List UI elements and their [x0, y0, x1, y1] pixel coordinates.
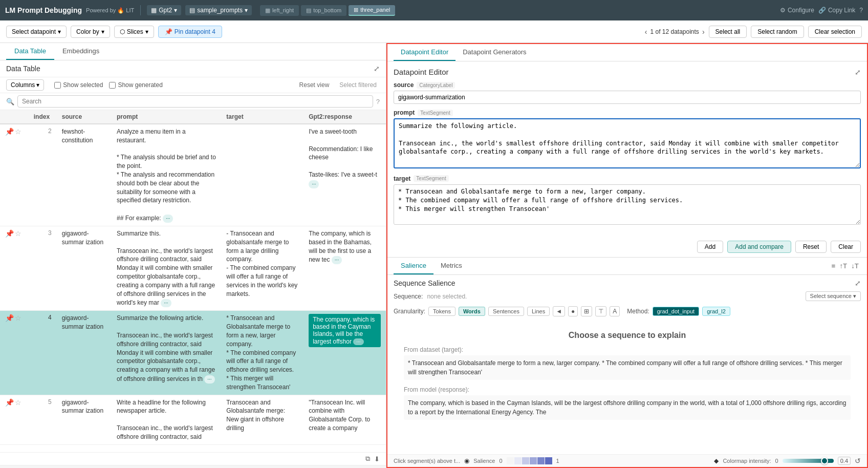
colormap-slider-thumb[interactable] [821, 457, 828, 464]
select-random-btn[interactable]: Select random [751, 26, 804, 38]
select-datapoint-chevron: ▾ [58, 28, 61, 35]
th-prompt[interactable]: prompt [112, 110, 221, 124]
colormap-refresh-btn[interactable]: ↺ [855, 457, 861, 465]
gran-lines-btn[interactable]: Lines [527, 307, 550, 316]
more-badge-row4[interactable]: ··· [204, 375, 214, 384]
star-icon-row5[interactable]: ☆ [15, 398, 21, 407]
add-btn[interactable]: Add [697, 241, 723, 253]
tab-data-table[interactable]: Data Table [6, 43, 54, 60]
table-row[interactable]: 📌 ☆ 2 fewshot-constitution Analyze a men… [0, 124, 386, 226]
more-badge-row2[interactable]: ··· [163, 215, 173, 223]
next-datapoint-btn[interactable]: › [702, 28, 705, 36]
tab-embeddings[interactable]: Embeddings [54, 43, 107, 60]
th-source[interactable]: source [57, 110, 112, 124]
help-btn[interactable]: ? [859, 7, 863, 14]
select-datapoint-btn[interactable]: Select datapoint ▾ [6, 26, 67, 38]
add-and-compare-btn[interactable]: Add and compare [727, 241, 791, 253]
more-badge-row3-gpt2[interactable]: ··· [332, 256, 342, 264]
row-2-icons: 📌 ☆ [5, 127, 24, 136]
pin-icon-row4[interactable]: 📌 [5, 314, 14, 322]
reset-view-btn[interactable]: Reset view [296, 80, 333, 90]
show-generated-checkbox[interactable] [109, 82, 116, 89]
clear-btn[interactable]: Clear [831, 241, 861, 253]
gran-grid-btn[interactable]: ⊞ [581, 306, 592, 316]
source-field-input[interactable] [394, 91, 861, 104]
table-row[interactable]: 📌 ☆ 5 gigaword-summar ization Write a he… [0, 395, 386, 444]
gran-inc-btn[interactable]: ● [568, 306, 578, 316]
salience-icon: ◉ [464, 457, 469, 464]
star-icon-row3[interactable]: ☆ [15, 229, 21, 238]
dp-editor-title-text: Datapoint Editor [394, 68, 449, 76]
data-table-header: Data Table ⤢ [0, 60, 386, 77]
gran-tokens-btn[interactable]: Tokens [428, 307, 455, 316]
target-field-textarea[interactable]: * Transocean and Globalsantafe merge to … [394, 184, 861, 225]
pin-icon-row5[interactable]: 📌 [5, 398, 14, 407]
color-by-btn[interactable]: Color by ▾ [71, 26, 110, 38]
prompt-field-textarea[interactable]: Summarize the following article. Transoc… [394, 118, 861, 168]
pin-icon-row3[interactable]: 📌 [5, 229, 14, 238]
dp-tabs: Datapoint Editor Datapoint Generators [387, 44, 867, 61]
gpt2-model-select[interactable]: ▦ Gpt2 ▾ [147, 5, 181, 15]
dataset-select[interactable]: ▤ sample_prompts ▾ [185, 5, 252, 15]
method-grad-dot-btn[interactable]: grad_dot_input [653, 307, 699, 316]
select-filtered-btn[interactable]: Select filtered [336, 80, 380, 90]
layout-left-right[interactable]: ▦ left_right [260, 5, 299, 16]
more-badge-row4-gpt2[interactable]: ··· [353, 338, 363, 345]
salience-body: Sequence Salience ⤢ Sequence: none selec… [387, 275, 867, 454]
salience-sort-desc-btn[interactable]: ↓T [851, 262, 859, 270]
select-all-btn[interactable]: Select all [709, 26, 747, 38]
show-generated-label[interactable]: Show generated [109, 81, 162, 89]
layout-top-bottom[interactable]: ▤ top_bottom [301, 5, 346, 16]
slices-btn[interactable]: ⬡ Slices ▾ [114, 26, 154, 38]
colormap-box-6 [545, 457, 552, 464]
show-selected-checkbox[interactable] [54, 82, 61, 89]
gran-font-btn[interactable]: A [610, 306, 620, 316]
star-icon-row4[interactable]: ☆ [15, 314, 21, 322]
tab-salience[interactable]: Salience [394, 258, 433, 274]
gran-words-btn[interactable]: Words [459, 307, 485, 316]
gran-dec-btn[interactable]: ◄ [553, 306, 565, 316]
prev-datapoint-btn[interactable]: ‹ [645, 28, 647, 36]
columns-btn[interactable]: Columns ▾ [6, 79, 44, 91]
th-target[interactable]: target [221, 110, 303, 124]
right-panel: Datapoint Editor Datapoint Generators Da… [386, 43, 868, 468]
tab-datapoint-editor[interactable]: Datapoint Editor [394, 44, 455, 61]
layout-top-bottom-label: top_bottom [313, 7, 341, 13]
configure-btn[interactable]: ⚙ Configure [780, 7, 814, 14]
layout-three-panel[interactable]: ⊞ three_panel [349, 5, 395, 16]
th-gpt2response[interactable]: Gpt2:response [303, 110, 386, 124]
salience-settings-btn[interactable]: ≡ [832, 262, 836, 270]
gran-align-btn[interactable]: ⊤ [595, 306, 606, 316]
pin-label: Pin datapoint 4 [175, 28, 215, 35]
more-badge-row3[interactable]: ··· [161, 299, 171, 307]
clear-selection-btn[interactable]: Clear selection [808, 26, 862, 38]
more-badge-row2-gpt2[interactable]: ··· [309, 180, 319, 188]
copy-table-btn[interactable]: ⧉ [365, 455, 370, 463]
pin-icon-row2[interactable]: 📌 [5, 127, 14, 136]
colormap-box-4 [530, 457, 537, 464]
data-table-expand-btn[interactable]: ⤢ [374, 65, 380, 73]
copy-link-btn[interactable]: 🔗 Copy Link [818, 7, 855, 14]
colormap-intensity-label: Colormap intensity: [723, 458, 771, 464]
reset-btn[interactable]: Reset [795, 241, 827, 253]
show-selected-label[interactable]: Show selected [54, 81, 103, 89]
tab-datapoint-generators[interactable]: Datapoint Generators [455, 44, 533, 61]
salience-sort-asc-btn[interactable]: ↑T [839, 262, 847, 270]
select-sequence-btn[interactable]: Select sequence ▾ [806, 291, 861, 301]
star-icon-row2[interactable]: ☆ [15, 127, 21, 136]
dp-editor-expand-btn[interactable]: ⤢ [855, 68, 861, 76]
salience-expand-btn[interactable]: ⤢ [855, 279, 861, 287]
search-help-icon[interactable]: ? [376, 98, 380, 105]
pin-datapoint-btn[interactable]: 📌 Pin datapoint 4 [158, 26, 222, 38]
search-input[interactable] [17, 95, 373, 108]
method-grad-l2-btn[interactable]: grad_l2 [702, 307, 730, 316]
table-row-selected[interactable]: 📌 ☆ 4 gigaword-summar ization Summarize … [0, 311, 386, 395]
gran-sentences-btn[interactable]: Sentences [488, 307, 524, 316]
tab-metrics[interactable]: Metrics [433, 258, 469, 274]
table-row[interactable]: 📌 ☆ 3 gigaword-summar ization Summarize … [0, 226, 386, 310]
th-index[interactable]: index [29, 110, 57, 124]
download-table-btn[interactable]: ⬇ [374, 455, 380, 463]
from-dataset-text[interactable]: * Transocean and Globalsantafe merge to … [404, 355, 851, 380]
top-actions: ⚙ Configure 🔗 Copy Link ? [780, 7, 863, 14]
from-model-text[interactable]: The company, which is based in the Cayma… [404, 395, 851, 420]
